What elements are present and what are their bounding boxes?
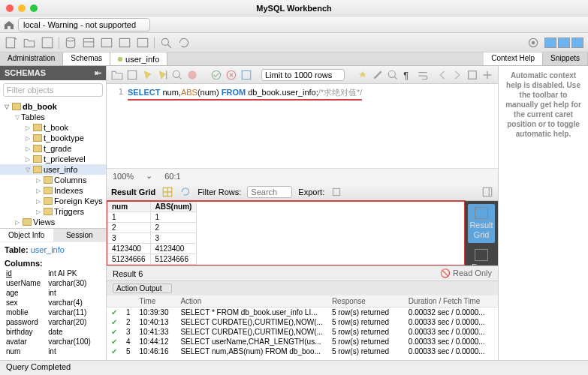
svg-rect-7 (137, 38, 148, 46)
panel-left-toggle[interactable] (544, 38, 556, 48)
inspector-icon[interactable] (41, 36, 54, 50)
tab-bar: Administration Schemas user_info Context… (0, 52, 588, 66)
rollback-icon[interactable] (225, 69, 237, 81)
svg-point-8 (161, 38, 168, 45)
titlebar: MySQL Workbench (0, 0, 588, 16)
tab-schemas[interactable]: Schemas (63, 52, 110, 65)
svg-rect-6 (119, 38, 130, 46)
folder-icon (23, 218, 32, 226)
status-bar: Query Completed (0, 360, 588, 375)
svg-line-15 (179, 76, 181, 79)
execute-step-icon[interactable] (156, 69, 168, 81)
new-sql-tab-icon[interactable] (5, 36, 18, 50)
svg-rect-3 (83, 38, 94, 46)
result-grid-button[interactable]: Result Grid (468, 204, 495, 243)
create-func-icon[interactable] (136, 36, 149, 50)
rebuild-icon[interactable] (177, 36, 191, 50)
tab-session[interactable]: Session (53, 229, 107, 242)
tab-context-help[interactable]: Context Help (484, 52, 543, 65)
svg-rect-28 (483, 188, 491, 196)
create-schema-icon[interactable] (64, 36, 77, 50)
nav-fwd-icon[interactable] (451, 69, 463, 81)
error-underline (128, 99, 362, 100)
create-proc-icon[interactable] (118, 36, 131, 50)
read-only-label: 🚫 Read Only (440, 268, 492, 278)
tab-object-info[interactable]: Object Info (0, 229, 53, 242)
commit-icon[interactable] (210, 69, 222, 81)
invisible-chars-icon[interactable]: ¶ (402, 69, 414, 81)
panel-right-toggle[interactable] (571, 38, 583, 48)
result-grid[interactable]: numABS(num)11223341234004123400512346665… (107, 201, 465, 266)
svg-rect-12 (128, 70, 136, 79)
db-icon (12, 103, 21, 110)
panel-toggle-icon[interactable] (481, 186, 493, 198)
svg-point-20 (389, 70, 396, 77)
schema-tree[interactable]: ▽db_book ▽Tables ▷t_book ▷t_booktype ▷t_… (0, 100, 106, 228)
explain-icon[interactable] (171, 69, 183, 81)
app-title: MySQL Workbench (256, 4, 331, 13)
save-icon[interactable] (126, 69, 138, 81)
nav-back-icon[interactable] (436, 69, 448, 81)
beautify-icon[interactable] (357, 69, 369, 81)
minimize-window[interactable] (18, 4, 26, 12)
home-icon[interactable] (3, 20, 15, 30)
grid-view-icon[interactable] (161, 186, 173, 198)
context-help-panel: Automatic context help is disabled. Use … (498, 66, 588, 360)
connection-tab[interactable]: local - Warning - not supported (18, 18, 150, 32)
execute-icon[interactable] (141, 69, 153, 81)
svg-text:¶: ¶ (404, 70, 409, 80)
wrap-icon[interactable] (417, 69, 429, 81)
settings-icon[interactable] (526, 36, 540, 50)
table-icon (33, 134, 42, 142)
status-text: Query Completed (6, 362, 71, 374)
open-file-icon[interactable] (111, 69, 123, 81)
svg-rect-1 (42, 38, 53, 48)
svg-point-2 (66, 38, 74, 41)
panel-bottom-toggle[interactable] (558, 38, 570, 48)
svg-rect-19 (242, 70, 250, 79)
action-output-header: Action Output (107, 280, 498, 296)
pin-icon[interactable] (481, 69, 493, 81)
svg-line-9 (167, 44, 171, 48)
sidebar: SCHEMAS⇤ Filter objects ▽db_book ▽Tables… (0, 66, 107, 360)
svg-rect-23 (469, 70, 477, 79)
open-sql-icon[interactable] (23, 36, 36, 50)
folder-icon (44, 176, 53, 184)
create-view-icon[interactable] (100, 36, 113, 50)
editor-status: 100%⌄60:1 (107, 168, 498, 183)
sql-editor[interactable]: 1 SELECT num,ABS(num) FROM db_book.user_… (107, 84, 498, 104)
collapse-icon[interactable]: ⇤ (95, 68, 101, 78)
svg-point-17 (212, 70, 220, 79)
jump-icon[interactable] (466, 69, 478, 81)
result-toolbar: Result Grid Filter Rows: Export: (107, 183, 498, 201)
svg-point-14 (173, 70, 179, 77)
action-output-table[interactable]: TimeActionResponseDuration / Fetch Time … (107, 296, 498, 360)
find-icon[interactable] (387, 69, 399, 81)
filter-objects-input[interactable]: Filter objects (3, 83, 103, 97)
brush-icon[interactable] (372, 69, 384, 81)
close-window[interactable] (6, 4, 14, 12)
schemas-header: SCHEMAS⇤ (0, 66, 106, 80)
create-table-icon[interactable] (82, 36, 95, 50)
export-icon[interactable] (330, 186, 342, 198)
filter-rows-input[interactable] (247, 186, 292, 198)
svg-point-16 (188, 70, 196, 79)
tab-editor[interactable]: user_info (110, 52, 167, 65)
folder-icon (44, 197, 53, 205)
result-tab[interactable]: Result 6 (113, 269, 143, 278)
result-tabs: Result 6 🚫 Read Only (107, 266, 498, 280)
zoom-window[interactable] (30, 4, 38, 12)
stop-icon[interactable] (186, 69, 198, 81)
search-table-icon[interactable] (159, 36, 173, 50)
dirty-indicator-icon (118, 57, 122, 62)
main-toolbar (0, 33, 588, 52)
row-limit-select[interactable]: Limit to 1000 rows (261, 69, 345, 81)
svg-line-21 (395, 76, 397, 79)
autocommit-icon[interactable] (240, 69, 252, 81)
tab-administration[interactable]: Administration (0, 52, 63, 65)
action-output-select[interactable]: Action Output (113, 284, 172, 293)
svg-rect-5 (101, 38, 112, 46)
refresh-icon[interactable] (179, 186, 191, 198)
table-icon (33, 145, 42, 152)
tab-snippets[interactable]: Snippets (543, 52, 588, 65)
